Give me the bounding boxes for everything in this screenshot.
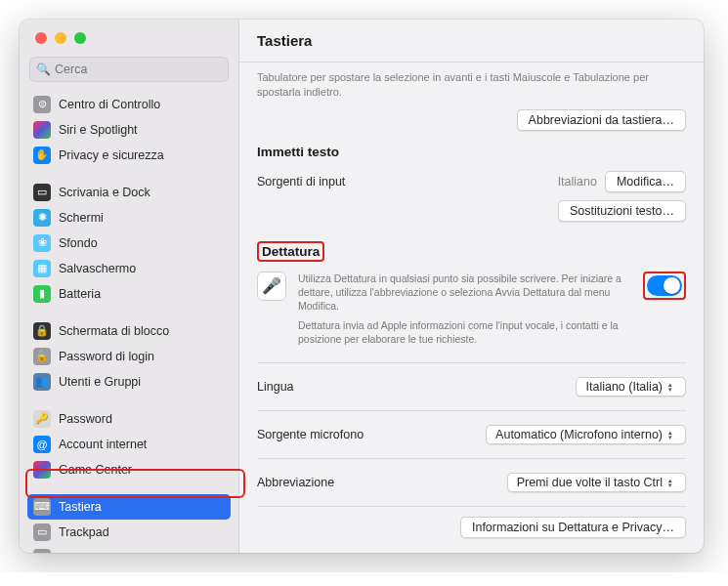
input-sources-label: Sorgenti di input	[257, 175, 345, 188]
sidebar-item-icon: ⊜	[33, 96, 51, 113]
sidebar-item-label: Siri e Spotlight	[59, 123, 138, 137]
sidebar-nav: ⊜Centro di ControlloSiri e Spotlight✋Pri…	[20, 92, 238, 553]
sidebar-item-icon: ▮	[33, 285, 51, 303]
sidebar-item-label: Tastiera	[59, 500, 102, 514]
sidebar-item[interactable]: 🔒Password di login	[27, 344, 231, 369]
sidebar-item-icon: ❀	[33, 234, 51, 252]
text-substitutions-button[interactable]: Sostituzioni testo…	[558, 200, 686, 222]
sidebar-item-label: Stampanti e Scanner	[59, 551, 173, 553]
page-title: Tastiera	[257, 32, 312, 49]
zoom-icon[interactable]	[74, 32, 86, 44]
main-header: Tastiera	[239, 20, 704, 63]
sidebar-item[interactable]: ✺Schermi	[27, 205, 231, 230]
close-icon[interactable]	[35, 32, 47, 44]
sidebar-item-icon: 🔑	[33, 410, 51, 428]
chevron-updown-icon: ▴▾	[668, 478, 680, 487]
dictation-shortcut-label: Abbreviazione	[257, 476, 334, 489]
sidebar-item[interactable]: ⊜Centro di Controllo	[27, 92, 231, 117]
sidebar-item-icon	[33, 121, 51, 139]
sidebar-item[interactable]: ▮Batteria	[27, 281, 231, 307]
minimize-icon[interactable]	[55, 32, 66, 44]
search-input[interactable]	[55, 63, 222, 76]
sidebar-item-icon: ▦	[33, 260, 51, 277]
sidebar-item-label: Game Center	[59, 463, 132, 477]
sidebar-item-icon: 🔒	[33, 348, 51, 365]
sidebar-item[interactable]: ⎙Stampanti e Scanner	[27, 545, 231, 553]
sidebar-item[interactable]: Siri e Spotlight	[27, 117, 231, 143]
dictation-privacy-button[interactable]: Informazioni su Dettatura e Privacy…	[460, 517, 686, 538]
sidebar-item-label: Scrivania e Dock	[59, 186, 150, 199]
sidebar: 🔍 ⊜Centro di ControlloSiri e Spotlight✋P…	[20, 20, 239, 553]
sidebar-item-label: Schermata di blocco	[59, 324, 169, 338]
dictation-shortcut-select[interactable]: Premi due volte il tasto Ctrl ▴▾	[507, 473, 686, 492]
sidebar-item-icon: 👥	[33, 373, 51, 391]
search-icon: 🔍	[36, 63, 51, 76]
sidebar-item-label: Schermi	[59, 211, 104, 225]
chevron-updown-icon: ▴▾	[668, 430, 680, 440]
sidebar-item-icon: ▭	[33, 184, 51, 201]
dictation-description: Utilizza Dettatura in qualsiasi punto si…	[298, 272, 631, 353]
sidebar-item-label: Utenti e Gruppi	[59, 375, 141, 389]
sidebar-item-icon: ⌨	[33, 498, 51, 516]
sidebar-item[interactable]: ▭Trackpad	[27, 520, 231, 545]
sidebar-item-icon: ✺	[33, 209, 51, 227]
sidebar-item[interactable]: ✋Privacy e sicurezza	[27, 143, 231, 168]
sidebar-item[interactable]: ❀Sfondo	[27, 230, 231, 256]
sidebar-item-icon: ▭	[33, 523, 51, 541]
sidebar-item[interactable]: 🔑Password	[27, 406, 231, 432]
sidebar-item[interactable]: Game Center	[27, 457, 231, 482]
system-settings-window: 🔍 ⊜Centro di ControlloSiri e Spotlight✋P…	[20, 20, 704, 553]
sidebar-item-icon: 🔒	[33, 322, 51, 340]
sidebar-item-label: Trackpad	[59, 525, 109, 539]
text-input-heading: Immetti testo	[257, 145, 686, 159]
sidebar-item-icon: @	[33, 436, 51, 453]
microphone-icon: 🎤	[257, 272, 286, 301]
dictation-toggle[interactable]	[647, 275, 682, 296]
input-sources-value: Italiano	[558, 175, 597, 188]
main-panel: Tastiera Tabulatore per spostare la sele…	[239, 20, 704, 553]
sidebar-item[interactable]: ▦Salvaschermo	[27, 256, 231, 281]
sidebar-item-label: Sfondo	[59, 236, 98, 250]
sidebar-item[interactable]: @Account internet	[27, 432, 231, 457]
sidebar-item-icon: ⎙	[33, 549, 51, 553]
sidebar-item-label: Batteria	[59, 287, 101, 301]
sidebar-item-label: Privacy e sicurezza	[59, 148, 164, 162]
sidebar-item-label: Password di login	[59, 350, 154, 363]
intro-description: Tabulatore per spostare la selezione in …	[257, 70, 686, 100]
content: Tabulatore per spostare la selezione in …	[239, 63, 704, 553]
mic-source-select[interactable]: Automatico (Microfono interno) ▴▾	[486, 425, 686, 444]
sidebar-item-icon: ✋	[33, 146, 51, 164]
mic-source-label: Sorgente microfono	[257, 428, 364, 441]
chevron-updown-icon: ▴▾	[668, 382, 680, 392]
sidebar-item[interactable]: ▭Scrivania e Dock	[27, 180, 231, 205]
search-field[interactable]: 🔍	[29, 57, 229, 82]
highlight-annotation	[643, 272, 686, 300]
keyboard-shortcuts-button[interactable]: Abbreviazioni da tastiera…	[517, 109, 686, 131]
window-controls	[20, 20, 238, 57]
dictation-language-label: Lingua	[257, 380, 294, 394]
sidebar-item-label: Password	[59, 412, 112, 426]
sidebar-item-label: Salvaschermo	[59, 262, 136, 275]
sidebar-item[interactable]: ⌨Tastiera	[27, 494, 231, 520]
sidebar-item-icon	[33, 461, 51, 479]
sidebar-item[interactable]: 🔒Schermata di blocco	[27, 318, 231, 344]
sidebar-item-label: Account internet	[59, 438, 147, 451]
sidebar-item-label: Centro di Controllo	[59, 98, 160, 111]
edit-input-sources-button[interactable]: Modifica…	[605, 171, 686, 192]
sidebar-item[interactable]: 👥Utenti e Gruppi	[27, 369, 231, 395]
dictation-heading: Dettatura	[257, 241, 324, 262]
dictation-language-select[interactable]: Italiano (Italia) ▴▾	[576, 377, 686, 397]
